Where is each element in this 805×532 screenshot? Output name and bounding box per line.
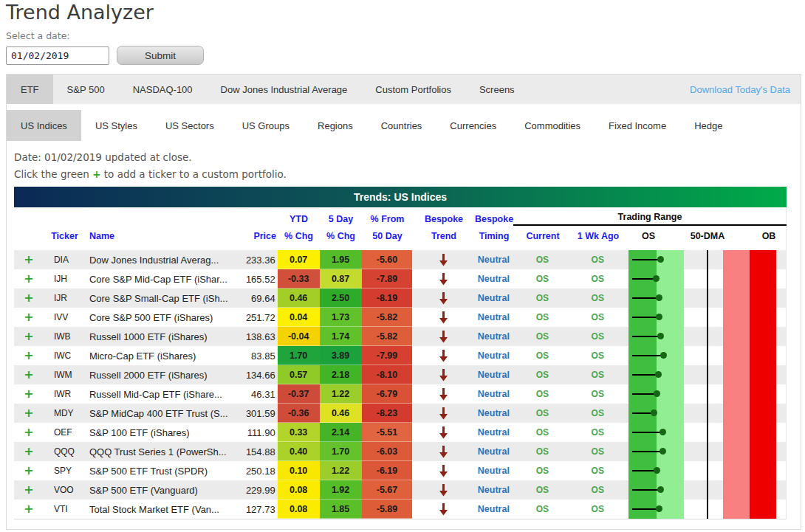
overbought-red-band <box>750 500 776 519</box>
tab-countries[interactable]: Countries <box>367 110 436 141</box>
oversold-light-band <box>657 269 684 289</box>
add-ticker-plus-icon[interactable]: + <box>24 350 33 362</box>
bespoke-timing-cell: Neutral <box>474 346 513 365</box>
range-whisker <box>632 355 663 356</box>
add-ticker-plus-icon[interactable]: + <box>24 254 33 266</box>
add-ticker-plus-icon[interactable]: + <box>24 388 33 400</box>
five-day-chg-cell: 1.74 <box>320 327 362 346</box>
add-ticker-plus-icon[interactable]: + <box>24 465 33 477</box>
trading-range-cell <box>623 442 786 461</box>
overbought-light-band <box>723 308 750 327</box>
add-ticker-plus-icon[interactable]: + <box>24 484 33 496</box>
name-cell: Core S&P Small-Cap ETF (iSh... <box>86 289 244 308</box>
tab-screens[interactable]: Screens <box>465 75 529 104</box>
date-status-line: Date: 01/02/2019 updated at close. <box>14 149 801 166</box>
overbought-light-band <box>723 423 750 442</box>
overbought-light-band <box>723 346 750 365</box>
tab-hedge[interactable]: Hedge <box>680 110 736 141</box>
main-container: ETFS&P 500NASDAQ-100Dow Jones Industrial… <box>6 74 801 530</box>
date-input[interactable] <box>6 46 109 65</box>
overbought-red-band <box>750 250 776 269</box>
add-ticker-plus-icon[interactable]: + <box>24 331 33 342</box>
ticker-cell: DIA <box>44 250 86 269</box>
add-ticker-plus-icon[interactable]: + <box>24 292 33 304</box>
week-ago-range-cell: OS <box>572 250 623 269</box>
five-day-chg-cell: 1.22 <box>320 461 362 480</box>
date-label: Select a date: <box>6 30 204 41</box>
tab-custom-portfolios[interactable]: Custom Portfolios <box>361 75 465 104</box>
dma-line <box>707 289 708 308</box>
tab-fixed-income[interactable]: Fixed Income <box>595 110 680 141</box>
down-arrow-icon <box>439 292 448 305</box>
tab-commodities[interactable]: Commodities <box>510 110 595 141</box>
table-title-bar: Trends: US Indices <box>14 187 787 207</box>
bespoke-timing-cell: Neutral <box>474 442 513 461</box>
tab-currencies[interactable]: Currencies <box>436 110 510 141</box>
col-header-5day: 5 Day <box>320 214 362 224</box>
trends-table: Trends: US Indices Ticker Name Price YTD… <box>14 187 787 519</box>
overbought-red-band <box>750 327 776 346</box>
ticker-cell: IWM <box>44 365 86 384</box>
bespoke-timing-cell: Neutral <box>474 327 513 346</box>
week-ago-range-cell: OS <box>572 289 623 308</box>
trading-range-cell <box>623 500 786 519</box>
price-cell: 154.88 <box>244 442 278 461</box>
trading-range-chart <box>628 308 776 327</box>
submit-button[interactable]: Submit <box>117 46 204 65</box>
five-day-chg-cell: 1.92 <box>320 480 362 500</box>
tab-s-p-500[interactable]: S&P 500 <box>53 75 119 104</box>
price-cell: 138.63 <box>244 327 278 346</box>
overbought-red-band <box>750 308 776 327</box>
pct-from-50day-cell: -6.79 <box>362 384 413 404</box>
download-todays-data-link[interactable]: Download Today's Data <box>690 84 801 95</box>
trading-range-chart <box>628 404 776 423</box>
trading-range-cell <box>623 365 786 384</box>
add-ticker-plus-icon[interactable]: + <box>24 311 33 323</box>
dma-line <box>707 327 708 346</box>
overbought-light-band <box>723 442 750 461</box>
add-ticker-plus-icon[interactable]: + <box>24 503 33 515</box>
overbought-red-band <box>750 269 776 289</box>
tab-us-sectors[interactable]: US Sectors <box>151 110 228 141</box>
dma-line <box>707 250 708 269</box>
tab-etf[interactable]: ETF <box>7 75 53 104</box>
tab-nasdaq-100[interactable]: NASDAQ-100 <box>119 75 207 104</box>
name-cell: S&P 500 ETF Trust (SPDR) <box>86 461 244 480</box>
oversold-light-band <box>657 384 684 404</box>
primary-tab-list: ETFS&P 500NASDAQ-100Dow Jones Industrial… <box>7 75 529 104</box>
table-row: + DIA Dow Jones Industrial Averag... 233… <box>14 250 786 269</box>
tab-dow-jones-industrial-average[interactable]: Dow Jones Industrial Average <box>207 75 362 104</box>
col-header-pct-from: % From <box>362 214 413 224</box>
price-cell: 229.99 <box>244 480 278 500</box>
tab-us-indices[interactable]: US Indices <box>7 110 81 141</box>
hint-line: Click the green + to add a ticker to a c… <box>14 166 801 183</box>
add-ticker-plus-icon[interactable]: + <box>24 407 33 419</box>
add-ticker-plus-icon[interactable]: + <box>24 273 33 285</box>
overbought-light-band <box>723 461 750 480</box>
range-whisker <box>632 259 660 260</box>
add-ticker-plus-icon[interactable]: + <box>24 426 33 438</box>
week-ago-range-cell: OS <box>572 365 623 384</box>
pct-from-50day-cell: -6.19 <box>362 461 413 480</box>
week-ago-range-cell: OS <box>572 308 623 327</box>
down-arrow-icon <box>439 369 448 381</box>
ytd-chg-cell: 0.40 <box>278 442 320 461</box>
price-cell: 233.36 <box>244 250 278 269</box>
range-whisker <box>632 489 660 491</box>
current-range-cell: OS <box>513 365 572 384</box>
overbought-red-band <box>750 423 776 442</box>
tab-us-groups[interactable]: US Groups <box>228 110 304 141</box>
down-arrow-icon <box>439 465 448 477</box>
bespoke-trend-cell <box>412 289 474 308</box>
current-price-dot <box>655 371 662 378</box>
down-arrow-icon <box>439 503 448 516</box>
add-ticker-plus-icon[interactable]: + <box>24 369 33 381</box>
name-cell: Total Stock Market ETF (Van... <box>86 500 244 519</box>
tab-regions[interactable]: Regions <box>304 110 367 141</box>
current-range-cell: OS <box>513 289 572 308</box>
tab-us-styles[interactable]: US Styles <box>81 110 151 141</box>
table-row: + SPY S&P 500 ETF Trust (SPDR) 250.18 0.… <box>14 461 786 480</box>
add-ticker-plus-icon[interactable]: + <box>24 446 33 457</box>
down-arrow-icon <box>439 331 448 343</box>
range-whisker <box>632 508 659 510</box>
